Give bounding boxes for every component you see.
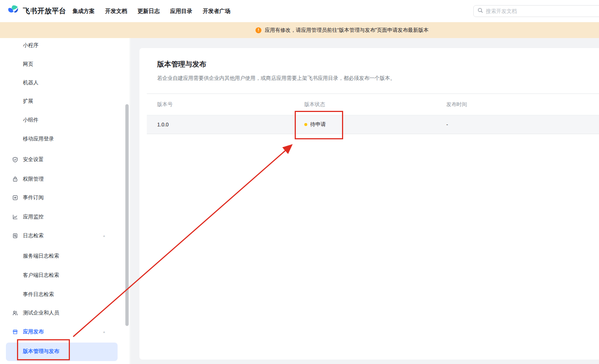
sidebar-item-安全设置[interactable]: 安全设置 (0, 150, 127, 169)
version-table-row: 1.0.0待申请- (147, 115, 599, 134)
column-header-0: 版本号 (157, 101, 173, 108)
column-header-2: 发布时间 (446, 101, 467, 108)
sidebar-item-测试企业和人员[interactable]: 测试企业和人员 (0, 304, 127, 322)
monitor-chart-icon (12, 214, 18, 220)
warning-icon: ! (255, 27, 261, 33)
sidebar-item-网页[interactable]: 网页 (0, 55, 127, 74)
sidebar-item-label: 日志检索 (23, 232, 44, 239)
version-status: 待申请 (304, 121, 326, 128)
banner-message: 应用有修改，请应用管理员前往“版本管理与发布”页面申请发布最新版本 (265, 27, 429, 34)
sidebar-item-label: 安全设置 (23, 156, 44, 163)
sidebar-item-应用发布[interactable]: 应用发布▲ (0, 323, 127, 341)
store-release-icon (12, 329, 18, 335)
sidebar-item-客户端日志检索[interactable]: 客户端日志检索 (0, 266, 127, 285)
sidebar-item-label: 服务端日志检索 (23, 253, 59, 259)
page-description: 若企业自建应用需要供企业内其他用户使用，或商店应用需要上架飞书应用目录，都必须发… (157, 75, 395, 82)
sidebar-item-label: 版本管理与发布 (23, 348, 59, 355)
sidebar-item-label: 小程序 (23, 42, 38, 49)
nav-menu: 集成方案开发文档更新日志应用目录开发者广场 (72, 0, 230, 22)
top-navigation-bar: 飞书开放平台 集成方案开发文档更新日志应用目录开发者广场 (0, 0, 599, 22)
nav-item-0[interactable]: 集成方案 (72, 8, 95, 15)
status-dot-icon (304, 123, 307, 126)
platform-title: 飞书开放平台 (23, 6, 66, 16)
sidebar-item-label: 小组件 (23, 117, 38, 123)
version-management-card: 版本管理与发布 若企业自建应用需要供企业内其他用户使用，或商店应用需要上架飞书应… (139, 48, 599, 360)
table-header-row: 版本号版本状态发布时间 (147, 93, 599, 115)
collapse-caret-icon[interactable]: ▲ (102, 234, 106, 238)
sidebar-item-权限管理[interactable]: 权限管理 (0, 170, 127, 188)
sidebar-item-事件日志检索[interactable]: 事件日志检索 (0, 285, 127, 304)
feishu-logo[interactable]: 飞书开放平台 (7, 0, 66, 22)
versions-table: 版本号版本状态发布时间 1.0.0待申请- (147, 93, 599, 134)
sidebar-item-label: 客户端日志检索 (23, 272, 59, 279)
column-header-1: 版本状态 (304, 101, 325, 108)
sidebar-item-日志检索[interactable]: 日志检索▲ (0, 227, 127, 245)
sidebar-item-事件订阅[interactable]: 事件订阅 (0, 188, 127, 207)
page-title: 版本管理与发布 (157, 59, 206, 69)
sidebar-item-label: 机器人 (23, 79, 38, 86)
collapse-caret-icon[interactable]: ▲ (102, 330, 106, 334)
sidebar-item-label: 测试企业和人员 (23, 310, 59, 316)
sidebar-scrollbar-thumb[interactable] (125, 104, 129, 326)
sidebar-item-小组件[interactable]: 小组件 (0, 111, 127, 129)
sidebar: 小程序网页机器人扩展小组件移动应用登录安全设置权限管理事件订阅应用监控日志检索▲… (0, 38, 130, 364)
sidebar-item-应用监控[interactable]: 应用监控 (0, 208, 127, 226)
sidebar-item-label: 应用发布 (23, 329, 44, 335)
doc-search-box[interactable] (473, 5, 599, 17)
feishu-open-platform-console: 飞书开放平台 集成方案开发文档更新日志应用目录开发者广场 ! 应用有修改，请应用… (0, 0, 599, 364)
sidebar-item-label: 移动应用登录 (23, 136, 54, 142)
log-search-icon (12, 233, 18, 239)
sidebar-item-label: 扩展 (23, 98, 33, 105)
version-number: 1.0.0 (157, 122, 169, 127)
sidebar-item-label: 应用监控 (23, 214, 44, 220)
sidebar-item-扩展[interactable]: 扩展 (0, 92, 127, 110)
publish-time: - (446, 122, 448, 127)
sidebar-item-label: 事件日志检索 (23, 291, 54, 298)
search-icon (477, 7, 483, 15)
nav-item-4[interactable]: 开发者广场 (203, 8, 230, 15)
sidebar-item-小程序[interactable]: 小程序 (0, 36, 127, 55)
search-input[interactable] (486, 8, 589, 14)
sidebar-item-机器人[interactable]: 机器人 (0, 74, 127, 92)
nav-item-1[interactable]: 开发文档 (105, 8, 127, 15)
feishu-bird-icon (7, 4, 19, 18)
sidebar-item-移动应用登录[interactable]: 移动应用登录 (0, 130, 127, 148)
sidebar-item-版本管理与发布[interactable]: 版本管理与发布 (0, 342, 127, 361)
sidebar-item-服务端日志检索[interactable]: 服务端日志检索 (0, 247, 127, 265)
people-icon (12, 310, 18, 316)
lock-icon (12, 176, 18, 182)
sidebar-item-label: 事件订阅 (23, 194, 44, 201)
app-modified-banner: ! 应用有修改，请应用管理员前往“版本管理与发布”页面申请发布最新版本 (0, 22, 599, 38)
status-text: 待申请 (310, 121, 326, 128)
nav-item-2[interactable]: 更新日志 (138, 8, 160, 15)
event-subscribe-icon (12, 195, 18, 201)
shield-icon (12, 157, 18, 163)
sidebar-item-label: 权限管理 (23, 176, 44, 183)
sidebar-item-label: 网页 (23, 61, 33, 68)
nav-item-3[interactable]: 应用目录 (170, 8, 192, 15)
